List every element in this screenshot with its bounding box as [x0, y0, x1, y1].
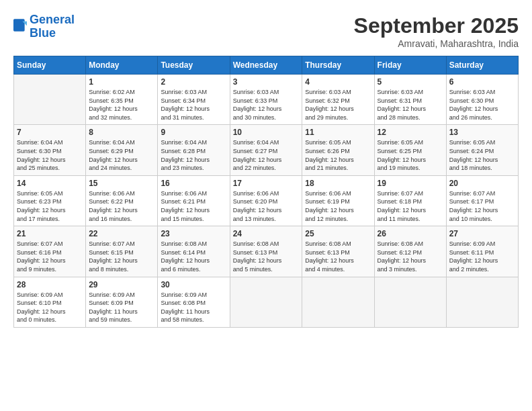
- day-number: 26: [378, 229, 443, 238]
- calendar-cell: 25Sunrise: 6:08 AM Sunset: 6:13 PM Dayli…: [302, 226, 374, 277]
- day-header-wednesday: Wednesday: [230, 56, 302, 75]
- day-number: 1: [89, 77, 154, 87]
- calendar-cell: 26Sunrise: 6:08 AM Sunset: 6:12 PM Dayli…: [374, 226, 446, 277]
- calendar-cell: 10Sunrise: 6:04 AM Sunset: 6:27 PM Dayli…: [230, 125, 302, 175]
- day-number: 6: [449, 77, 515, 87]
- day-info: Sunrise: 6:08 AM Sunset: 6:13 PM Dayligh…: [233, 240, 300, 273]
- calendar-cell: 14Sunrise: 6:05 AM Sunset: 6:23 PM Dayli…: [14, 175, 86, 226]
- logo-line1: General: [30, 13, 75, 26]
- calendar-week-3: 14Sunrise: 6:05 AM Sunset: 6:23 PM Dayli…: [14, 175, 519, 226]
- day-number: 20: [449, 179, 515, 188]
- calendar-week-1: 1Sunrise: 6:02 AM Sunset: 6:35 PM Daylig…: [14, 75, 519, 125]
- calendar-cell: 17Sunrise: 6:06 AM Sunset: 6:20 PM Dayli…: [230, 175, 302, 226]
- day-info: Sunrise: 6:06 AM Sunset: 6:22 PM Dayligh…: [89, 189, 154, 223]
- calendar-cell: 8Sunrise: 6:04 AM Sunset: 6:29 PM Daylig…: [86, 125, 158, 175]
- day-number: 18: [305, 179, 371, 188]
- day-info: Sunrise: 6:03 AM Sunset: 6:33 PM Dayligh…: [233, 88, 300, 122]
- day-number: 14: [17, 179, 83, 188]
- day-info: Sunrise: 6:09 AM Sunset: 6:10 PM Dayligh…: [17, 291, 83, 324]
- calendar-cell: 18Sunrise: 6:06 AM Sunset: 6:19 PM Dayli…: [302, 175, 374, 226]
- day-header-saturday: Saturday: [446, 56, 518, 75]
- day-number: 21: [17, 229, 83, 238]
- calendar-cell: 12Sunrise: 6:05 AM Sunset: 6:25 PM Dayli…: [374, 125, 446, 175]
- calendar-cell: 1Sunrise: 6:02 AM Sunset: 6:35 PM Daylig…: [86, 75, 158, 125]
- calendar-cell: [230, 277, 302, 327]
- calendar-cell: 9Sunrise: 6:04 AM Sunset: 6:28 PM Daylig…: [158, 125, 230, 175]
- calendar-cell: 27Sunrise: 6:09 AM Sunset: 6:11 PM Dayli…: [446, 226, 518, 277]
- calendar-table: SundayMondayTuesdayWednesdayThursdayFrid…: [13, 56, 519, 328]
- calendar-cell: [374, 277, 446, 327]
- day-info: Sunrise: 6:04 AM Sunset: 6:28 PM Dayligh…: [161, 138, 226, 172]
- day-number: 16: [161, 179, 226, 188]
- day-number: 10: [233, 128, 300, 137]
- calendar-cell: 29Sunrise: 6:09 AM Sunset: 6:09 PM Dayli…: [86, 277, 158, 327]
- calendar-cell: 4Sunrise: 6:03 AM Sunset: 6:32 PM Daylig…: [302, 75, 374, 125]
- day-number: 22: [89, 229, 154, 238]
- day-info: Sunrise: 6:05 AM Sunset: 6:24 PM Dayligh…: [449, 138, 515, 172]
- day-info: Sunrise: 6:08 AM Sunset: 6:12 PM Dayligh…: [378, 240, 443, 273]
- svg-rect-0: [13, 19, 25, 31]
- day-number: 24: [233, 229, 300, 238]
- day-info: Sunrise: 6:04 AM Sunset: 6:30 PM Dayligh…: [17, 138, 83, 172]
- day-number: 17: [233, 179, 300, 188]
- day-info: Sunrise: 6:09 AM Sunset: 6:08 PM Dayligh…: [161, 291, 226, 324]
- calendar-week-2: 7Sunrise: 6:04 AM Sunset: 6:30 PM Daylig…: [14, 125, 519, 175]
- day-header-monday: Monday: [86, 56, 158, 75]
- day-info: Sunrise: 6:03 AM Sunset: 6:31 PM Dayligh…: [378, 88, 443, 122]
- day-info: Sunrise: 6:03 AM Sunset: 6:30 PM Dayligh…: [449, 88, 515, 122]
- day-header-friday: Friday: [374, 56, 446, 75]
- calendar-cell: [446, 277, 518, 327]
- day-info: Sunrise: 6:03 AM Sunset: 6:32 PM Dayligh…: [305, 88, 371, 122]
- calendar-cell: 3Sunrise: 6:03 AM Sunset: 6:33 PM Daylig…: [230, 75, 302, 125]
- calendar-cell: 5Sunrise: 6:03 AM Sunset: 6:31 PM Daylig…: [374, 75, 446, 125]
- day-number: 7: [17, 128, 83, 137]
- day-number: 11: [305, 128, 371, 137]
- calendar-body: 1Sunrise: 6:02 AM Sunset: 6:35 PM Daylig…: [14, 75, 519, 328]
- day-info: Sunrise: 6:03 AM Sunset: 6:34 PM Dayligh…: [161, 88, 226, 122]
- calendar-cell: 16Sunrise: 6:06 AM Sunset: 6:21 PM Dayli…: [158, 175, 230, 226]
- day-number: 8: [89, 128, 154, 137]
- day-number: 28: [17, 280, 83, 289]
- day-info: Sunrise: 6:05 AM Sunset: 6:26 PM Dayligh…: [305, 138, 371, 172]
- day-number: 27: [449, 229, 515, 238]
- day-header-thursday: Thursday: [302, 56, 374, 75]
- day-info: Sunrise: 6:02 AM Sunset: 6:35 PM Dayligh…: [89, 88, 154, 122]
- day-info: Sunrise: 6:07 AM Sunset: 6:16 PM Dayligh…: [17, 240, 83, 273]
- day-header-sunday: Sunday: [14, 56, 86, 75]
- day-header-tuesday: Tuesday: [158, 56, 230, 75]
- calendar-cell: 22Sunrise: 6:07 AM Sunset: 6:15 PM Dayli…: [86, 226, 158, 277]
- calendar-cell: 28Sunrise: 6:09 AM Sunset: 6:10 PM Dayli…: [14, 277, 86, 327]
- calendar-cell: 7Sunrise: 6:04 AM Sunset: 6:30 PM Daylig…: [14, 125, 86, 175]
- calendar-cell: 20Sunrise: 6:07 AM Sunset: 6:17 PM Dayli…: [446, 175, 518, 226]
- day-number: 30: [161, 280, 226, 289]
- calendar-week-5: 28Sunrise: 6:09 AM Sunset: 6:10 PM Dayli…: [14, 277, 519, 327]
- calendar-cell: 15Sunrise: 6:06 AM Sunset: 6:22 PM Dayli…: [86, 175, 158, 226]
- day-info: Sunrise: 6:05 AM Sunset: 6:25 PM Dayligh…: [378, 138, 443, 172]
- calendar-cell: 21Sunrise: 6:07 AM Sunset: 6:16 PM Dayli…: [14, 226, 86, 277]
- day-number: 2: [161, 77, 226, 87]
- day-number: 15: [89, 179, 154, 188]
- day-number: 9: [161, 128, 226, 137]
- day-number: 23: [161, 229, 226, 238]
- calendar-cell: 13Sunrise: 6:05 AM Sunset: 6:24 PM Dayli…: [446, 125, 518, 175]
- day-info: Sunrise: 6:08 AM Sunset: 6:14 PM Dayligh…: [161, 240, 226, 273]
- day-number: 12: [378, 128, 443, 137]
- logo-text: General Blue: [30, 13, 75, 40]
- day-number: 3: [233, 77, 300, 87]
- calendar-cell: 6Sunrise: 6:03 AM Sunset: 6:30 PM Daylig…: [446, 75, 518, 125]
- day-info: Sunrise: 6:09 AM Sunset: 6:09 PM Dayligh…: [89, 291, 154, 324]
- calendar-cell: 24Sunrise: 6:08 AM Sunset: 6:13 PM Dayli…: [230, 226, 302, 277]
- day-info: Sunrise: 6:04 AM Sunset: 6:27 PM Dayligh…: [233, 138, 300, 172]
- title-block: September 2025 Amravati, Maharashtra, In…: [354, 13, 519, 49]
- calendar-cell: 30Sunrise: 6:09 AM Sunset: 6:08 PM Dayli…: [158, 277, 230, 327]
- calendar-week-4: 21Sunrise: 6:07 AM Sunset: 6:16 PM Dayli…: [14, 226, 519, 277]
- day-info: Sunrise: 6:04 AM Sunset: 6:29 PM Dayligh…: [89, 138, 154, 172]
- month-title: September 2025: [354, 13, 519, 38]
- day-info: Sunrise: 6:07 AM Sunset: 6:15 PM Dayligh…: [89, 240, 154, 273]
- calendar-cell: 23Sunrise: 6:08 AM Sunset: 6:14 PM Dayli…: [158, 226, 230, 277]
- day-info: Sunrise: 6:08 AM Sunset: 6:13 PM Dayligh…: [305, 240, 371, 273]
- day-info: Sunrise: 6:09 AM Sunset: 6:11 PM Dayligh…: [449, 240, 515, 273]
- calendar-cell: 19Sunrise: 6:07 AM Sunset: 6:18 PM Dayli…: [374, 175, 446, 226]
- logo: General Blue: [13, 13, 75, 40]
- day-info: Sunrise: 6:07 AM Sunset: 6:17 PM Dayligh…: [449, 189, 515, 223]
